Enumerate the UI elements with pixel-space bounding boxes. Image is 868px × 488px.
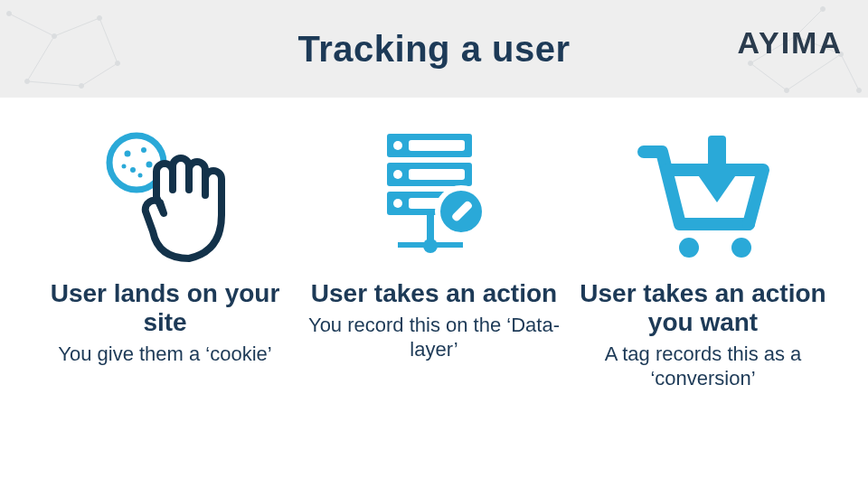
svg-point-6 (7, 12, 12, 16)
svg-point-41 (423, 239, 438, 253)
svg-point-22 (857, 89, 862, 93)
server-action-icon (303, 120, 565, 274)
svg-line-5 (81, 63, 118, 86)
network-deco-icon (0, 0, 136, 98)
svg-line-3 (99, 18, 118, 63)
step-title: User takes an action (303, 279, 565, 308)
svg-rect-43 (436, 242, 463, 248)
svg-point-37 (393, 141, 402, 150)
svg-point-10 (116, 61, 120, 66)
svg-line-15 (841, 54, 859, 90)
svg-point-7 (52, 34, 57, 39)
svg-point-11 (80, 84, 84, 89)
svg-point-29 (121, 164, 126, 169)
svg-point-8 (98, 16, 102, 21)
slide-header: Tracking a user AYIMA (0, 0, 868, 98)
svg-rect-40 (427, 215, 434, 242)
svg-point-26 (141, 147, 146, 153)
step-subtitle: You record this on the ‘Data-layer’ (303, 314, 565, 361)
svg-line-4 (27, 81, 81, 86)
svg-point-23 (785, 89, 789, 93)
svg-point-46 (679, 238, 699, 258)
svg-point-47 (731, 238, 751, 258)
svg-line-1 (54, 18, 99, 36)
svg-point-18 (749, 61, 753, 66)
svg-point-25 (124, 151, 130, 157)
svg-point-9 (25, 80, 30, 84)
cookie-hand-icon (34, 120, 297, 274)
step-title: User takes an action you want (572, 279, 835, 337)
svg-rect-34 (409, 140, 465, 151)
step-title: User lands on your site (34, 279, 297, 337)
brand-logo: AYIMA (738, 25, 843, 61)
steps-row: User lands on your site You give them a … (0, 98, 868, 390)
slide-title: Tracking a user (298, 29, 571, 70)
step-1: User lands on your site You give them a … (34, 120, 297, 390)
svg-point-39 (393, 199, 402, 208)
svg-line-2 (27, 36, 54, 81)
svg-point-38 (393, 170, 402, 179)
svg-rect-48 (708, 136, 726, 172)
svg-point-28 (130, 167, 136, 173)
svg-rect-35 (409, 169, 465, 180)
svg-point-30 (137, 174, 142, 178)
svg-line-16 (750, 63, 787, 90)
step-3: User takes an action you want A tag reco… (572, 120, 835, 390)
svg-point-27 (146, 162, 152, 168)
step-subtitle: You give them a ‘cookie’ (34, 343, 297, 366)
cart-conversion-icon (572, 120, 835, 274)
svg-line-0 (9, 14, 54, 36)
step-2: User takes an action You record this on … (303, 120, 565, 390)
svg-rect-42 (398, 242, 425, 248)
svg-point-21 (821, 7, 826, 12)
svg-marker-49 (694, 170, 740, 202)
step-subtitle: A tag records this as a ‘conversion’ (572, 343, 835, 390)
